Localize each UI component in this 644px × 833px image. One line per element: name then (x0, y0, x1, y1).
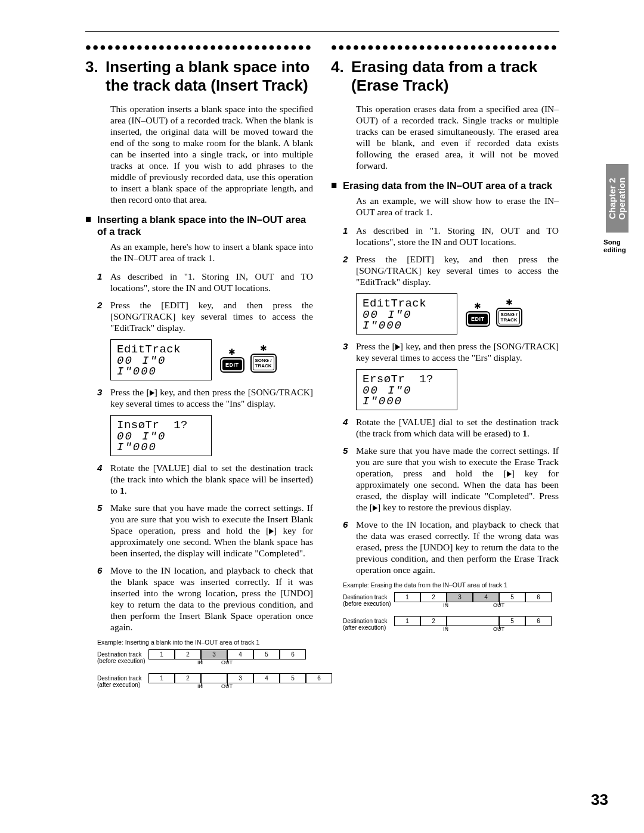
segment: 2 (420, 592, 447, 602)
row-label: Destination track (before execution) (97, 649, 148, 664)
step-5: Make sure that you have made the correct… (331, 445, 559, 513)
segment: 1 (394, 616, 420, 626)
row-label: Destination track (after execution) (97, 673, 148, 688)
lcd-display: ErsøTr 1? 00 I"0 I"000 (356, 369, 457, 410)
step-4: Rotate the [VALUE] dial to set the desti… (331, 416, 559, 439)
step-2: Press the [EDIT] key, and then press the… (331, 253, 559, 287)
lcd-line-1: EditTrack (363, 298, 451, 309)
lcd-row: EditTrack 00 I"0 I"000 ✱ EDIT ✱ SONG / T… (356, 293, 559, 335)
chapter-tab-line2: Operation (617, 177, 627, 219)
lcd-line-1: InsøTr 1? (117, 419, 205, 431)
segment: 3 (447, 592, 473, 602)
lcd-display: EditTrack 00 I"0 I"000 (110, 339, 212, 380)
lcd-line-1: ErsøTr 1? (363, 373, 451, 385)
section-4-heading: 4. Erasing data from a track (Erase Trac… (331, 58, 559, 95)
subsection-title: Erasing data from the IN–OUT area of a t… (343, 179, 559, 191)
chapter-tab-line1: Chapter 2 (607, 178, 617, 219)
subsection-intro: As an example, we will show how to erase… (356, 195, 559, 218)
star-icon: ✱ (466, 304, 490, 309)
square-bullet-icon: ■ (85, 213, 97, 237)
step-3: Press the [] key, and then press the [SO… (85, 386, 313, 409)
row-label: Destination track (before execution) (343, 592, 394, 607)
section-3-intro: This operation inserts a blank space int… (110, 103, 313, 205)
dot-leader: •••••••••••••••••••••••••••••••• (331, 45, 559, 53)
play-icon (395, 344, 400, 350)
button-hints: ✱ EDIT ✱ SONG / TRACK (220, 346, 277, 374)
lcd-row: ErsøTr 1? 00 I"0 I"000 (356, 369, 559, 410)
step-2: Press the [EDIT] key, and then press the… (85, 299, 313, 333)
track-bar-before: 1 2 3 4 5 6 IN OUT (394, 592, 549, 612)
segment: 4 (227, 649, 253, 659)
segment-blank (201, 673, 227, 683)
section-number: 4. (331, 58, 351, 95)
steps-list-cont2: Rotate the [VALUE] dial to set the desti… (85, 462, 313, 633)
segment: 5 (280, 673, 306, 683)
steps-list-cont: Press the [] key, and then press the [SO… (331, 340, 559, 363)
dot-leader: •••••••••••••••••••••••••••••••• (85, 45, 313, 53)
lcd-line-1: EditTrack (117, 343, 205, 355)
segment: 3 (227, 673, 253, 683)
row-label: Destination track (after execution) (343, 616, 394, 631)
play-icon (373, 505, 377, 511)
segment: 5 (253, 649, 280, 659)
segment: 6 (525, 592, 552, 602)
section-4-intro: This operation erases data from a specif… (356, 103, 559, 171)
segment: 6 (525, 616, 552, 626)
segment: 2 (175, 673, 201, 683)
song-track-key-icon: SONG / TRACK (496, 308, 522, 327)
segment: 5 (499, 616, 525, 626)
lcd-line-2: 00 I"0 I"000 (117, 431, 205, 453)
lcd-row: InsøTr 1? 00 I"0 I"000 (110, 415, 313, 456)
step-6: Move to the IN location, and playback to… (85, 565, 313, 633)
step-6: Move to the IN location, and playback to… (331, 519, 559, 575)
steps-list: As described in "1. Storing IN, OUT and … (85, 271, 313, 333)
segment: 2 (175, 649, 201, 659)
lcd-line-2: 00 I"0 I"000 (363, 309, 451, 331)
edit-key-icon: EDIT (466, 311, 490, 327)
example-caption: Example: Erasing the data from the IN–OU… (343, 581, 559, 589)
segment: 3 (201, 649, 227, 659)
star-icon: ✱ (250, 346, 277, 352)
square-bullet-icon: ■ (331, 179, 343, 191)
play-icon (507, 471, 512, 477)
track-bar-after: 1 2 3 4 5 6 IN OUT (148, 673, 304, 693)
step-5: Make sure that you have made the correct… (85, 502, 313, 559)
top-rule (85, 31, 559, 32)
segment: 6 (280, 649, 306, 659)
subsection-title: Inserting a blank space into the IN–OUT … (97, 213, 313, 237)
segment: 1 (148, 673, 175, 683)
track-bar-before: 1 2 3 4 5 6 IN OUT (148, 649, 304, 670)
subsection-heading: ■ Erasing data from the IN–OUT area of a… (331, 179, 559, 191)
button-hints: ✱ EDIT ✱ SONG / TRACK (466, 300, 522, 328)
lcd-line-2: 00 I"0 I"000 (117, 355, 205, 377)
segment: 4 (253, 673, 280, 683)
side-label: Song editing (603, 239, 626, 254)
step-1: As described in "1. Storing IN, OUT and … (85, 271, 313, 293)
right-column: •••••••••••••••••••••••••••••••• 4. Eras… (331, 45, 559, 697)
section-number: 3. (85, 58, 106, 95)
erase-diagram: Destination track (before execution) 1 2… (343, 592, 559, 639)
segment: 1 (148, 649, 175, 659)
segment: 1 (394, 592, 420, 602)
track-bar-after: 1 2 5 6 IN OUT (394, 616, 549, 636)
step-1: As described in "1. Storing IN, OUT and … (331, 225, 559, 247)
segment: 5 (499, 592, 525, 602)
segment-blank (447, 616, 499, 626)
play-icon (150, 390, 154, 396)
subsection-intro: As an example, here's how to insert a bl… (110, 241, 313, 264)
example-caption: Example: Inserting a blank into the IN–O… (97, 639, 313, 646)
edit-key-icon: EDIT (220, 357, 244, 373)
out-marker: OUT (221, 683, 233, 689)
insert-diagram: Destination track (before execution) 1 2… (97, 649, 313, 696)
segment: 4 (473, 592, 499, 602)
steps-list-cont2: Rotate the [VALUE] dial to set the desti… (331, 416, 559, 575)
out-marker: OUT (493, 626, 504, 632)
page-number: 33 (591, 791, 608, 809)
segment: 2 (420, 616, 447, 626)
in-marker: IN (443, 602, 448, 608)
section-title: Inserting a blank space into the track d… (106, 58, 313, 95)
star-icon: ✱ (220, 349, 244, 355)
star-icon: ✱ (496, 300, 522, 306)
left-column: •••••••••••••••••••••••••••••••• 3. Inse… (85, 45, 313, 697)
song-track-key-icon: SONG / TRACK (250, 354, 277, 373)
